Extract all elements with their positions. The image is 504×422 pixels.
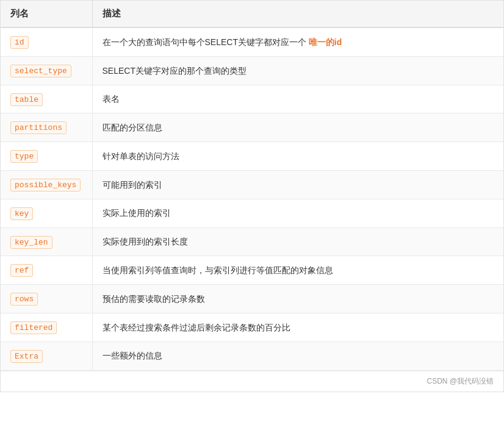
table-row: type针对单表的访问方法 <box>1 142 503 171</box>
table-row: possible_keys可能用到的索引 <box>1 170 503 199</box>
field-name-tag: possible_keys <box>10 179 81 191</box>
field-name-tag: type <box>10 150 38 163</box>
main-table-container: 列名 描述 id在一个大的查询语句中每个SELECT关键字都对应一个 唯一的id… <box>0 0 504 392</box>
table-row: filtered某个表经过搜索条件过滤后剩余记录条数的百分比 <box>1 313 503 342</box>
table-row: id在一个大的查询语句中每个SELECT关键字都对应一个 唯一的id <box>1 27 503 56</box>
cell-desc: 实际使用到的索引长度 <box>92 227 503 256</box>
cell-name: table <box>1 85 92 113</box>
field-name-tag: key_len <box>10 236 52 249</box>
cell-name: rows <box>1 285 92 313</box>
field-name-tag: select_type <box>10 65 71 77</box>
cell-desc: 当使用索引列等值查询时，与索引列进行等值匹配的对象信息 <box>92 256 503 285</box>
explain-table: 列名 描述 id在一个大的查询语句中每个SELECT关键字都对应一个 唯一的id… <box>1 1 503 371</box>
cell-desc: 一些额外的信息 <box>92 342 503 370</box>
cell-name: partitions <box>1 113 92 142</box>
desc-highlight-text: 唯一的id <box>309 37 342 47</box>
field-name-tag: ref <box>10 264 33 277</box>
desc-plain-text: 实际使用到的索引长度 <box>103 237 188 246</box>
column-desc-header: 描述 <box>92 1 503 27</box>
desc-plain-text: SELECT关键字对应的那个查询的类型 <box>103 66 247 76</box>
cell-desc: SELECT关键字对应的那个查询的类型 <box>92 56 503 85</box>
cell-name: filtered <box>1 313 92 342</box>
column-name-header: 列名 <box>1 1 92 27</box>
field-name-tag: filtered <box>10 321 57 334</box>
cell-name: possible_keys <box>1 170 92 199</box>
cell-desc: 预估的需要读取的记录条数 <box>92 285 503 313</box>
field-name-tag: key <box>10 207 33 220</box>
cell-desc: 可能用到的索引 <box>92 170 503 199</box>
cell-desc: 实际上使用的索引 <box>92 199 503 227</box>
field-name-tag: Extra <box>10 350 43 363</box>
desc-plain-text: 一些额外的信息 <box>103 351 162 360</box>
cell-desc: 某个表经过搜索条件过滤后剩余记录条数的百分比 <box>92 313 503 342</box>
cell-desc: 匹配的分区信息 <box>92 113 503 142</box>
table-row: select_typeSELECT关键字对应的那个查询的类型 <box>1 56 503 85</box>
table-row: key_len实际使用到的索引长度 <box>1 227 503 256</box>
cell-name: key_len <box>1 227 92 256</box>
desc-plain-text: 在一个大的查询语句中每个SELECT关键字都对应一个 <box>103 37 309 47</box>
table-row: Extra一些额外的信息 <box>1 342 503 370</box>
field-name-tag: rows <box>10 293 38 306</box>
cell-name: ref <box>1 256 92 285</box>
cell-desc: 在一个大的查询语句中每个SELECT关键字都对应一个 唯一的id <box>92 27 503 56</box>
header-row: 列名 描述 <box>1 1 503 27</box>
table-row: ref当使用索引列等值查询时，与索引列进行等值匹配的对象信息 <box>1 256 503 285</box>
field-name-tag: partitions <box>10 121 67 134</box>
field-name-tag: id <box>10 36 29 49</box>
cell-name: select_type <box>1 56 92 85</box>
cell-name: type <box>1 142 92 171</box>
field-name-tag: table <box>10 93 43 106</box>
table-row: table表名 <box>1 85 503 113</box>
desc-plain-text: 可能用到的索引 <box>103 180 162 190</box>
desc-plain-text: 匹配的分区信息 <box>103 123 162 132</box>
watermark: CSDN @我代码没错 <box>1 371 503 392</box>
desc-plain-text: 针对单表的访问方法 <box>103 151 179 161</box>
table-header: 列名 描述 <box>1 1 503 27</box>
desc-plain-text: 当使用索引列等值查询时，与索引列进行等值匹配的对象信息 <box>103 265 333 275</box>
table-body: id在一个大的查询语句中每个SELECT关键字都对应一个 唯一的idselect… <box>1 27 503 370</box>
table-row: partitions匹配的分区信息 <box>1 113 503 142</box>
table-row: rows预估的需要读取的记录条数 <box>1 285 503 313</box>
cell-name: key <box>1 199 92 227</box>
cell-name: Extra <box>1 342 92 370</box>
cell-name: id <box>1 27 92 56</box>
table-row: key实际上使用的索引 <box>1 199 503 227</box>
desc-plain-text: 实际上使用的索引 <box>103 208 171 218</box>
desc-plain-text: 某个表经过搜索条件过滤后剩余记录条数的百分比 <box>103 323 290 332</box>
desc-plain-text: 表名 <box>103 94 120 104</box>
desc-plain-text: 预估的需要读取的记录条数 <box>103 294 205 304</box>
cell-desc: 针对单表的访问方法 <box>92 142 503 171</box>
cell-desc: 表名 <box>92 85 503 113</box>
